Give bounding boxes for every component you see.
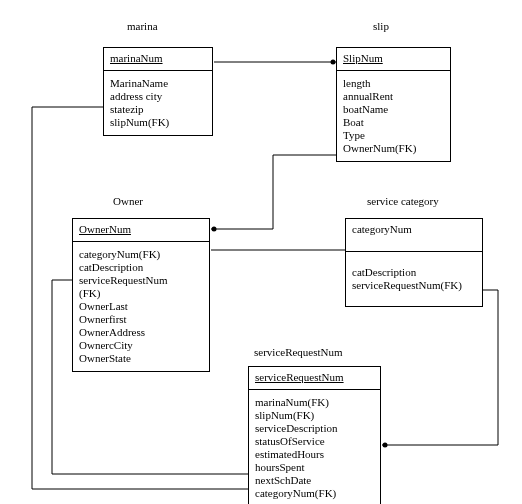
attr: length [343,77,444,90]
entity-title-owner: Owner [113,195,143,207]
attr: categoryNum(FK) [79,248,203,261]
attr: serviceRequestNum [79,274,203,287]
svg-point-16 [383,443,388,448]
attr: address city [110,90,206,103]
attr: Boat [343,116,444,129]
entity-body-servicecategory: catDescription serviceRequestNum(FK) [345,252,483,307]
attr: catDescription [352,266,476,279]
entity-owner: OwnerNum categoryNum(FK) catDescription … [72,218,210,372]
entity-key-servicecategory: categoryNum [345,218,483,252]
attr: OwnerNum(FK) [343,142,444,155]
attr: boatName [343,103,444,116]
key-text: categoryNum [352,223,412,235]
attr: statusOfService [255,435,374,448]
attr: OwnerLast [79,300,203,313]
attr: OwnerAddress [79,326,203,339]
attr: Ownerfirst [79,313,203,326]
entity-body-marina: MarinaName address city statezip slipNum… [103,71,213,136]
attr: slipNum(FK) [255,409,374,422]
entity-key-slip: SlipNum [336,47,451,71]
attr: (FK) [79,287,203,300]
attr: serviceRequestNum(FK) [352,279,476,292]
attr: OwnerState [79,352,203,365]
entity-body-servicerequest: marinaNum(FK) slipNum(FK) serviceDescrip… [248,390,381,504]
attr: MarinaName [110,77,206,90]
entity-body-owner: categoryNum(FK) catDescription serviceRe… [72,242,210,372]
svg-point-5 [212,227,217,232]
entity-key-owner: OwnerNum [72,218,210,242]
attr: serviceDescription [255,422,374,435]
entity-key-servicerequest: serviceRequestNum [248,366,381,390]
attr: statezip [110,103,206,116]
attr: categoryNum(FK) [255,487,374,500]
key-text: OwnerNum [79,223,131,235]
svg-point-1 [331,60,336,65]
attr: Type [343,129,444,142]
attr: estimatedHours [255,448,374,461]
attr: nextSchDate [255,474,374,487]
attr: annualRent [343,90,444,103]
entity-key-marina: marinaNum [103,47,213,71]
entity-servicecategory: categoryNum catDescription serviceReques… [345,218,483,307]
attr: slipNum(FK) [110,116,206,129]
entity-title-servicerequest: serviceRequestNum [254,346,343,358]
key-text: SlipNum [343,52,383,64]
attr: marinaNum(FK) [255,396,374,409]
entity-body-slip: length annualRent boatName Boat Type Own… [336,71,451,162]
attr: hoursSpent [255,461,374,474]
entity-marina: marinaNum MarinaName address city statez… [103,47,213,136]
entity-servicerequest: serviceRequestNum marinaNum(FK) slipNum(… [248,366,381,504]
entity-title-slip: slip [373,20,389,32]
entity-title-marina: marina [127,20,158,32]
entity-slip: SlipNum length annualRent boatName Boat … [336,47,451,162]
key-text: serviceRequestNum [255,371,344,383]
entity-title-servicecategory: service category [367,195,439,207]
attr: OwnercCity [79,339,203,352]
attr: catDescription [79,261,203,274]
key-text: marinaNum [110,52,163,64]
